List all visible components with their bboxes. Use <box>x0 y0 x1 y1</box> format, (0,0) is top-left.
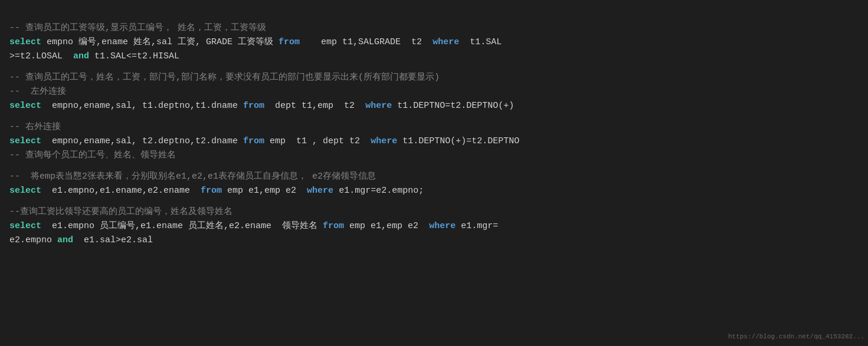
keyword-where-token: where <box>371 136 397 146</box>
normal-token: emp t1,SALGRADE t2 <box>300 37 433 47</box>
normal-token: e2.empno <box>9 235 57 245</box>
normal-token: t1.DEPTNO=t2.DEPTNO(+) <box>392 101 514 111</box>
normal-token: emp t1 , dept t2 <box>264 136 371 146</box>
watermark: https://blog.csdn.net/qq_4153282... <box>728 332 864 342</box>
empty-line <box>9 113 859 120</box>
normal-token: t1.DEPTNO(+)=t2.DEPTNO <box>397 136 519 146</box>
normal-token: >=t2.LOSAL <box>9 51 73 61</box>
normal-token: empno,ename,sal, t2.deptno,t2.dname <box>41 136 243 146</box>
normal-token: emp e1,emp e2 <box>344 221 429 231</box>
code-line: -- 查询每个员工的工号、姓名、领导姓名 <box>9 149 859 163</box>
code-line: e2.empno and e1.sal>e2.sal <box>9 233 859 248</box>
code-line: >=t2.LOSAL and t1.SAL<=t2.HISAL <box>9 50 859 64</box>
normal-token: e1.sal>e2.sal <box>73 235 153 245</box>
normal-token: empno,ename,sal, t1.deptno,t1.dname <box>41 101 243 111</box>
code-line: -- 查询员工的工号，姓名，工资，部门号,部门名称，要求没有员工的部门也要显示出… <box>9 71 859 85</box>
normal-token: e1.mgr= <box>456 221 498 231</box>
code-line: select e1.empno,e1.ename,e2.ename from e… <box>9 184 859 198</box>
comment-text: -- 将emp表当戁2张表来看，分别取别名e1,e2,e1表存储员工自身信息， … <box>9 172 376 182</box>
empty-line <box>9 163 859 170</box>
keyword-from-token: from <box>243 101 264 111</box>
code-line: --查询工资比领导还要高的员工的编号，姓名及领导姓名 <box>9 205 859 219</box>
normal-token: empno 编号,ename 姓名,sal 工资, GRADE 工资等级 <box>41 37 279 47</box>
keyword-from-token: from <box>201 186 222 196</box>
keyword-where-token: where <box>307 186 333 196</box>
normal-token: e1.mgr=e2.empno; <box>333 186 424 196</box>
keyword-from-token: from <box>323 221 344 231</box>
comment-text: -- 左外连接 <box>9 87 66 97</box>
keyword-where-token: where <box>429 221 456 231</box>
keyword-where-token: where <box>433 37 459 47</box>
comment-text: -- 查询员工的工号，姓名，工资，部门号,部门名称，要求没有员工的部门也要显示出… <box>9 73 440 83</box>
normal-token: e1.empno,e1.ename,e2.ename <box>41 186 201 196</box>
code-line: select empno 编号,ename 姓名,sal 工资, GRADE 工… <box>9 35 859 50</box>
comment-text: -- 查询每个员工的工号、姓名、领导姓名 <box>9 150 176 160</box>
normal-token: emp e1,emp e2 <box>222 186 307 196</box>
comment-text: --查询工资比领导还要高的员工的编号，姓名及领导姓名 <box>9 207 232 217</box>
code-line: -- 查询员工的工资等级,显示员工编号， 姓名，工资，工资等级 <box>9 21 859 35</box>
keyword-select-token: select <box>9 221 41 231</box>
code-line: -- 右外连接 <box>9 120 859 134</box>
code-line: select empno,ename,sal, t2.deptno,t2.dna… <box>9 134 859 149</box>
normal-token: dept t1,emp t2 <box>264 101 365 111</box>
comment-text: -- 查询员工的工资等级,显示员工编号， 姓名，工资，工资等级 <box>9 23 266 33</box>
keyword-where-token: where <box>365 101 392 111</box>
empty-line <box>9 198 859 205</box>
keyword-from-token: from <box>279 37 300 47</box>
keyword-select-token: select <box>9 101 41 111</box>
keyword-and-token: and <box>73 51 89 61</box>
keyword-and-token: and <box>57 235 73 245</box>
code-line: -- 将emp表当戁2张表来看，分别取别名e1,e2,e1表存储员工自身信息， … <box>9 170 859 184</box>
keyword-select-token: select <box>9 37 41 47</box>
empty-line <box>9 64 859 71</box>
code-line: -- 左外连接 <box>9 85 859 99</box>
keyword-select-token: select <box>9 186 41 196</box>
keyword-from-token: from <box>243 136 264 146</box>
keyword-select-token: select <box>9 136 41 146</box>
normal-token: t1.SAL<=t2.HISAL <box>89 51 179 61</box>
code-line: select e1.empno 员工编号,e1.ename 员工姓名,e2.en… <box>9 219 859 233</box>
code-editor: -- 查询员工的工资等级,显示员工编号， 姓名，工资，工资等级select em… <box>9 7 859 248</box>
normal-token: t1.SAL <box>459 37 502 47</box>
code-line: select empno,ename,sal, t1.deptno,t1.dna… <box>9 99 859 113</box>
comment-text: -- 右外连接 <box>9 122 61 132</box>
normal-token: e1.empno 员工编号,e1.ename 员工姓名,e2.ename 领导姓… <box>41 221 323 231</box>
